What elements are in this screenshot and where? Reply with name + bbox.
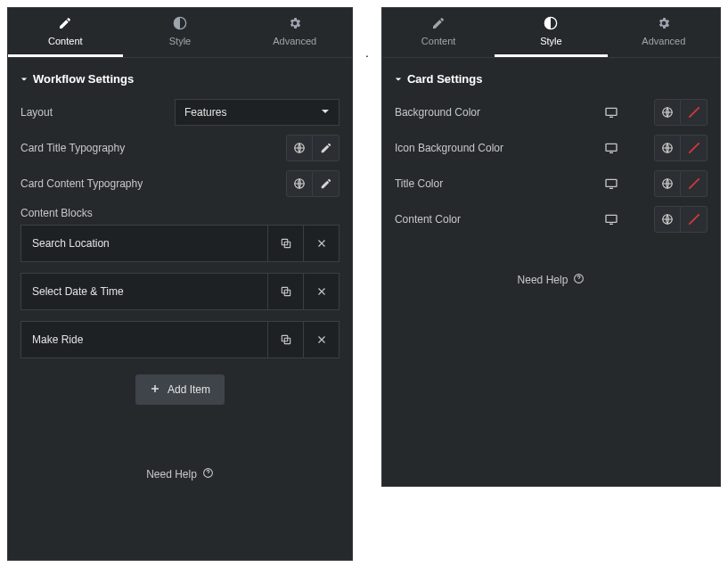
globe-button[interactable] (654, 135, 681, 161)
repeater-item-title[interactable]: Make Ride (21, 322, 267, 357)
gear-icon (657, 16, 671, 32)
add-item-button[interactable]: Add Item (135, 374, 225, 405)
row-card-title-typography: Card Title Typography (8, 130, 352, 166)
repeater-item-title[interactable]: Search Location (21, 226, 267, 261)
row-background-color: Background Color (382, 94, 720, 130)
tab-content[interactable]: Content (382, 8, 495, 57)
globe-button[interactable] (654, 206, 681, 233)
tab-advanced[interactable]: Advanced (608, 8, 720, 57)
repeater-item-title[interactable]: Select Date & Time (21, 274, 267, 309)
section-title: Workflow Settings (33, 72, 134, 86)
contrast-icon (544, 16, 558, 32)
panel-content: Content Style Advanced Workflow Settings… (7, 7, 353, 561)
help-icon (573, 273, 585, 287)
remove-button[interactable] (303, 274, 339, 309)
row-title-color: Title Color (382, 166, 720, 201)
remove-button[interactable] (303, 322, 339, 357)
add-item-label: Add Item (168, 383, 210, 396)
section-workflow-settings[interactable]: Workflow Settings (8, 58, 352, 94)
tab-style-label: Style (540, 36, 561, 46)
tab-style-label: Style (169, 36, 191, 46)
repeater-item: Select Date & Time (20, 273, 339, 310)
content-blocks-repeater: Search Location Select Date & Time Make … (8, 225, 352, 358)
tab-content[interactable]: Content (8, 8, 123, 57)
color-swatch[interactable] (681, 135, 708, 161)
layout-label: Layout (20, 106, 175, 119)
row-card-content-typography: Card Content Typography (8, 166, 352, 201)
globe-button[interactable] (654, 170, 681, 197)
remove-button[interactable] (303, 226, 339, 261)
repeater-item: Make Ride (20, 321, 339, 358)
color-swatch[interactable] (681, 206, 708, 233)
responsive-icon[interactable] (604, 213, 618, 226)
duplicate-button[interactable] (267, 322, 303, 357)
responsive-icon[interactable] (604, 142, 618, 154)
content-blocks-label: Content Blocks (8, 201, 352, 225)
need-help-link[interactable]: Need Help (8, 467, 352, 481)
duplicate-button[interactable] (267, 274, 303, 309)
responsive-icon[interactable] (604, 106, 618, 119)
row-layout: Layout Features (8, 94, 352, 130)
edit-button[interactable] (313, 170, 339, 197)
layout-value: Features (184, 106, 226, 119)
gear-icon (288, 16, 302, 32)
icon-background-color-label: Icon Background Color (395, 142, 604, 154)
panel-style: Content Style Advanced Card Settings Bac… (381, 7, 721, 487)
pencil-icon (431, 16, 446, 32)
section-title: Card Settings (407, 72, 483, 86)
color-swatch[interactable] (681, 170, 708, 197)
layout-select[interactable]: Features (175, 99, 339, 126)
tabs: Content Style Advanced (8, 8, 352, 58)
tab-content-label: Content (48, 36, 83, 46)
contrast-icon (173, 16, 187, 32)
tab-content-label: Content (421, 36, 456, 46)
caret-down-icon (321, 106, 330, 119)
tabs: Content Style Advanced (382, 8, 720, 58)
svg-rect-17 (606, 215, 617, 222)
globe-button[interactable] (286, 135, 313, 161)
color-swatch[interactable] (681, 99, 708, 126)
card-title-typography-label: Card Title Typography (20, 142, 286, 154)
repeater-item: Search Location (20, 225, 339, 262)
row-icon-background-color: Icon Background Color (382, 130, 720, 166)
background-color-label: Background Color (395, 106, 604, 119)
svg-rect-13 (606, 144, 617, 151)
pencil-icon (58, 16, 72, 32)
svg-rect-15 (606, 179, 617, 186)
row-content-color: Content Color (382, 201, 720, 237)
svg-rect-11 (606, 108, 617, 115)
need-help-label: Need Help (518, 274, 568, 286)
tab-style[interactable]: Style (123, 8, 238, 57)
caret-down-icon (20, 72, 28, 86)
tab-advanced-label: Advanced (642, 36, 685, 46)
globe-button[interactable] (286, 170, 313, 197)
content-color-label: Content Color (395, 213, 604, 226)
need-help-label: Need Help (146, 468, 197, 481)
separator-dot: . (365, 45, 369, 60)
responsive-icon[interactable] (604, 177, 618, 190)
tab-advanced[interactable]: Advanced (237, 8, 352, 57)
edit-button[interactable] (313, 135, 339, 161)
tab-style[interactable]: Style (495, 8, 607, 57)
card-content-typography-label: Card Content Typography (20, 177, 286, 190)
help-icon (202, 467, 214, 481)
duplicate-button[interactable] (267, 226, 303, 261)
need-help-link[interactable]: Need Help (382, 273, 720, 287)
globe-button[interactable] (654, 99, 681, 126)
tab-advanced-label: Advanced (273, 36, 316, 46)
plus-icon (150, 383, 160, 397)
section-card-settings[interactable]: Card Settings (382, 58, 720, 94)
caret-down-icon (395, 72, 402, 86)
title-color-label: Title Color (395, 177, 604, 190)
